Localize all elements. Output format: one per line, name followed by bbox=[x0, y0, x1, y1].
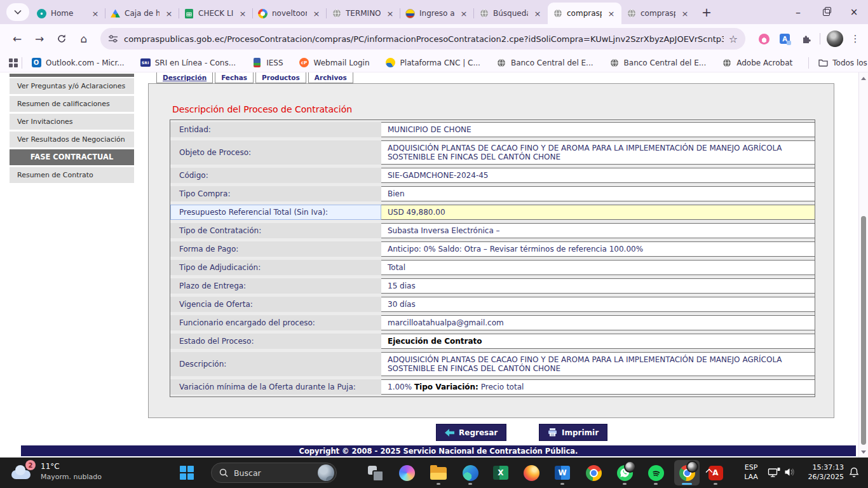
taskbar-app-chrome[interactable] bbox=[581, 460, 606, 485]
tab-close-icon[interactable]: × bbox=[238, 8, 248, 18]
bookmark-banco-central-2[interactable]: Banco Central del E... bbox=[609, 58, 707, 68]
tab-close-icon[interactable]: × bbox=[680, 8, 690, 18]
browser-tab-ingreso[interactable]: Ingreso al × bbox=[400, 3, 474, 24]
taskbar-app-excel[interactable]: X bbox=[488, 460, 513, 485]
browser-tab-strip: Home × Caja de he × CHECK LIS × noveltoo… bbox=[0, 0, 868, 24]
profile-avatar[interactable] bbox=[827, 30, 843, 47]
bookmarks-divider bbox=[808, 57, 809, 69]
network-status[interactable] bbox=[768, 467, 780, 478]
volume-status[interactable] bbox=[784, 468, 796, 477]
tab-close-icon[interactable]: × bbox=[459, 8, 469, 18]
taskbar-app-edge[interactable] bbox=[458, 460, 483, 485]
taskbar-app-chrome-active[interactable] bbox=[674, 460, 700, 485]
browser-tab-termino[interactable]: TERMINO × bbox=[327, 3, 400, 24]
apps-grid-icon[interactable] bbox=[9, 58, 18, 67]
back-button[interactable]: ← bbox=[9, 30, 25, 48]
tab-close-icon[interactable]: × bbox=[311, 8, 322, 18]
notifications-button[interactable] bbox=[849, 467, 859, 478]
tab-productos[interactable]: Productos bbox=[255, 72, 306, 83]
scrollbar-thumb[interactable] bbox=[861, 216, 866, 445]
taskbar-app-whatsapp[interactable] bbox=[612, 460, 637, 485]
bookmark-sri[interactable]: SRI SRI en Línea - Cons... bbox=[140, 58, 236, 68]
tray-expand-button[interactable] bbox=[705, 468, 713, 473]
tab-archivos[interactable]: Archivos bbox=[308, 72, 353, 83]
page-content: Ver Preguntas y/ó Aclaraciones Resumen d… bbox=[0, 72, 868, 458]
extensions-puzzle-icon[interactable] bbox=[798, 31, 813, 46]
browser-tab-compraspublicas-2[interactable]: comprasp × bbox=[621, 3, 695, 24]
window-close-button[interactable]: × bbox=[840, 0, 868, 24]
regresar-button[interactable]: Regresar bbox=[436, 424, 506, 441]
tab-close-icon[interactable]: × bbox=[385, 8, 395, 18]
sidebar-item-preguntas[interactable]: Ver Preguntas y/ó Aclaraciones bbox=[10, 78, 134, 94]
taskbar-app-firefox[interactable] bbox=[519, 460, 544, 485]
tab-close-icon[interactable]: × bbox=[164, 8, 174, 18]
extension-icon-pink[interactable] bbox=[756, 31, 771, 46]
iess-icon bbox=[252, 58, 262, 68]
browser-tab-sheets[interactable]: CHECK LIS × bbox=[179, 3, 253, 24]
scroll-down-arrow[interactable] bbox=[859, 447, 868, 456]
tab-close-icon[interactable]: × bbox=[90, 8, 100, 18]
sidebar-menu: Ver Preguntas y/ó Aclaraciones Resumen d… bbox=[10, 78, 134, 185]
start-button[interactable] bbox=[180, 466, 194, 480]
taskbar-app-spotify[interactable] bbox=[643, 460, 668, 485]
sidebar-item-resumen-contrato[interactable]: Resumen de Contrato bbox=[10, 167, 134, 183]
tab-descripcion[interactable]: Descripción bbox=[156, 72, 213, 83]
firefox-icon bbox=[524, 465, 539, 481]
translate-icon[interactable]: A bbox=[777, 31, 792, 46]
tab-close-icon[interactable]: × bbox=[606, 8, 616, 18]
home-button[interactable]: ⌂ bbox=[76, 30, 92, 48]
url-text[interactable]: compraspublicas.gob.ec/ProcesoContrataci… bbox=[124, 34, 724, 44]
process-tabs: Descripción Fechas Productos Archivos bbox=[156, 72, 353, 83]
restore-icon bbox=[823, 9, 830, 16]
browser-tab-compraspublicas-active[interactable]: comprasp × bbox=[548, 3, 621, 24]
tab-close-icon[interactable]: × bbox=[532, 8, 543, 18]
keyboard-language[interactable]: ESP LAA bbox=[740, 463, 763, 482]
field-label: Vigencia de Oferta: bbox=[170, 297, 381, 312]
taskbar-app-word[interactable]: W bbox=[550, 460, 575, 485]
imprimir-button[interactable]: Imprimir bbox=[539, 424, 607, 441]
field-value: ADQUISICIÓN PLANTAS DE CACAO FINO Y DE A… bbox=[381, 140, 815, 165]
task-view-button[interactable] bbox=[367, 465, 383, 480]
weather-widget[interactable]: 2 11°C Mayorm. nublado bbox=[10, 460, 118, 485]
excel-icon: X bbox=[493, 466, 508, 480]
browser-tab-home[interactable]: Home × bbox=[32, 3, 105, 24]
field-value: USD 49,880.00 bbox=[381, 205, 815, 220]
browser-tab-drive[interactable]: Caja de he × bbox=[105, 3, 179, 24]
scroll-up-arrow[interactable] bbox=[859, 74, 868, 83]
tab-label: TERMINO bbox=[346, 9, 381, 18]
bookmark-outlook[interactable]: O Outlook.com - Micr... bbox=[31, 58, 125, 68]
bookmark-cnc[interactable]: Plataforma CNC | C... bbox=[386, 58, 480, 68]
taskbar-app-copilot[interactable] bbox=[394, 460, 419, 485]
sidebar-item-calificaciones[interactable]: Resumen de calificaciones bbox=[10, 96, 134, 112]
bookmark-star-icon[interactable]: ☆ bbox=[729, 33, 738, 45]
taskbar-search-input[interactable]: Buscar bbox=[211, 463, 337, 483]
browser-tab-noveltoon[interactable]: noveltoon × bbox=[253, 3, 327, 24]
sidebar-item-negociacion[interactable]: Ver Resultados de Negociación bbox=[10, 132, 134, 147]
globe-favicon bbox=[553, 9, 562, 18]
clock[interactable]: 15:37:13 26/3/2025 bbox=[799, 463, 844, 482]
address-bar[interactable]: compraspublicas.gob.ec/ProcesoContrataci… bbox=[100, 28, 745, 50]
forward-button[interactable]: → bbox=[31, 30, 48, 48]
bookmark-webmail[interactable]: cP Webmail Login bbox=[299, 58, 370, 68]
tab-label: comprasp bbox=[641, 9, 675, 18]
vertical-scrollbar[interactable] bbox=[858, 72, 868, 458]
sidebar-item-invitaciones[interactable]: Ver Invitaciones bbox=[10, 114, 134, 130]
tab-search-button[interactable] bbox=[6, 3, 29, 21]
window-controls: – × bbox=[784, 0, 868, 24]
window-minimize-button[interactable]: – bbox=[784, 0, 812, 24]
edge-icon bbox=[463, 465, 478, 481]
new-tab-button[interactable]: + bbox=[698, 3, 715, 21]
tab-label: Home bbox=[51, 9, 86, 18]
bookmark-iess[interactable]: IESS bbox=[252, 58, 283, 68]
taskbar-app-file-explorer[interactable] bbox=[426, 460, 451, 485]
search-highlight-image[interactable] bbox=[318, 464, 334, 481]
bookmark-banco-central-1[interactable]: Banco Central del E... bbox=[496, 58, 593, 68]
reload-button[interactable] bbox=[53, 30, 70, 48]
window-restore-button[interactable] bbox=[812, 0, 840, 24]
browser-tab-busqueda[interactable]: Búsqueda × bbox=[474, 3, 548, 24]
bookmark-adobe[interactable]: Adobe Acrobat bbox=[722, 58, 792, 68]
globe-favicon bbox=[479, 9, 489, 18]
browser-menu-button[interactable]: ⋮ bbox=[849, 33, 862, 44]
tab-fechas[interactable]: Fechas bbox=[215, 72, 254, 83]
all-bookmarks-button[interactable]: Todos los marcadores bbox=[818, 58, 868, 68]
